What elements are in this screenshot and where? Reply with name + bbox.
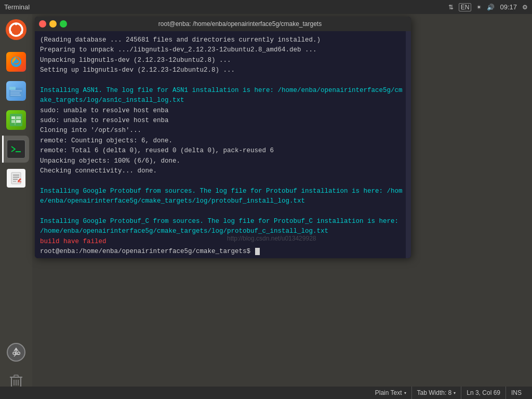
- calc-icon: [6, 110, 26, 130]
- cursor-position: Ln 3, Col 69: [461, 387, 506, 399]
- sidebar-item-text-editor[interactable]: [3, 165, 30, 192]
- maximize-button[interactable]: +: [60, 20, 67, 28]
- terminal-icon: [7, 140, 25, 158]
- svg-rect-9: [10, 95, 21, 96]
- svg-rect-14: [16, 120, 21, 123]
- keyboard-layout[interactable]: EN: [459, 3, 472, 11]
- sidebar-item-ubuntu[interactable]: [3, 16, 30, 43]
- text-editor-icon: [7, 169, 25, 188]
- terminal-line: Installing Google Protobuf_C from source…: [40, 217, 406, 237]
- settings-icon[interactable]: ⚙: [522, 4, 528, 11]
- plain-text-selector[interactable]: Plain Text ▾: [370, 387, 412, 399]
- minimize-button[interactable]: −: [49, 20, 57, 28]
- bluetooth-icon[interactable]: ✴: [476, 4, 482, 11]
- files-icon: [6, 81, 26, 101]
- svg-rect-12: [16, 116, 21, 119]
- ins-mode: INS: [506, 387, 527, 399]
- top-bar-title: Terminal: [4, 3, 30, 11]
- sidebar-item-terminal[interactable]: [2, 136, 29, 163]
- svg-rect-13: [11, 120, 15, 123]
- terminal-line: [40, 176, 406, 186]
- top-bar-right: ⇅ EN ✴ 🔊 09:17 ⚙: [448, 3, 528, 11]
- terminal-line: Setting up libgnutls-dev (2.12.23-12ubun…: [40, 65, 406, 75]
- terminal-title: root@enba: /home/enba/openairinterface5g…: [73, 20, 407, 28]
- svg-rect-6: [9, 87, 16, 90]
- clock: 09:17: [500, 3, 517, 11]
- terminal-line: remote: Total 6 (delta 0), reused 0 (del…: [40, 146, 406, 156]
- svg-rect-8: [10, 92, 20, 94]
- terminal-line: sudo: unable to resolve host enba: [40, 116, 406, 126]
- usb-icon: [7, 343, 25, 362]
- terminal-titlebar: ✕ − + root@enba: /home/enba/openairinter…: [35, 17, 411, 31]
- terminal-line-error: build have failed: [40, 237, 406, 247]
- terminal-line: Preparing to unpack .../libgnutls-dev_2.…: [40, 45, 406, 55]
- close-button[interactable]: ✕: [39, 20, 46, 28]
- svg-point-0: [10, 23, 22, 36]
- sidebar: [0, 14, 32, 399]
- terminal-line: (Reading database ... 245681 files and d…: [40, 35, 406, 45]
- terminal-line: Installing ASN1. The log file for ASN1 i…: [40, 86, 406, 106]
- terminal-line: remote: Counting objects: 6, done.: [40, 136, 406, 146]
- volume-icon[interactable]: 🔊: [487, 4, 495, 11]
- terminal-output[interactable]: (Reading database ... 245681 files and d…: [35, 31, 411, 258]
- svg-rect-26: [13, 352, 16, 354]
- svg-rect-11: [11, 116, 15, 119]
- top-bar: Terminal ⇅ EN ✴ 🔊 09:17 ⚙: [0, 0, 532, 14]
- sidebar-item-calc[interactable]: [3, 107, 30, 134]
- svg-point-3: [9, 31, 12, 34]
- terminal-prompt: root@enba:/home/enba/openairinterface5g/…: [40, 247, 406, 257]
- terminal-line: [40, 206, 406, 216]
- terminal-line: sudo: unable to resolve host enba: [40, 106, 406, 116]
- status-bar: Plain Text ▾ Tab Width: 8 ▾ Ln 3, Col 69…: [0, 387, 532, 399]
- terminal-line: Unpacking libgnutls-dev (2.12.23-12ubunt…: [40, 56, 406, 65]
- svg-point-1: [15, 23, 18, 25]
- terminal-line: [40, 76, 406, 86]
- cursor: [255, 248, 260, 255]
- sidebar-item-firefox[interactable]: [3, 48, 30, 75]
- terminal-window: ✕ − + root@enba: /home/enba/openairinter…: [35, 17, 411, 258]
- top-bar-left: Terminal: [4, 3, 30, 11]
- sidebar-item-files[interactable]: [3, 77, 30, 104]
- sidebar-item-usb[interactable]: [3, 339, 30, 366]
- svg-point-2: [20, 31, 23, 34]
- terminal-line: Cloning into '/opt/ssh'...: [40, 126, 406, 136]
- firefox-icon: [6, 52, 26, 72]
- svg-rect-7: [10, 90, 22, 91]
- tab-width-arrow: ▾: [454, 391, 456, 395]
- tab-width-selector[interactable]: Tab Width: 8 ▾: [412, 387, 462, 399]
- keyboard-icon[interactable]: ⇅: [448, 4, 454, 11]
- terminal-line: Unpacking objects: 100% (6/6), done.: [40, 156, 406, 166]
- terminal-scrollbar[interactable]: [406, 31, 411, 258]
- terminal-line: Installing Google Protobuf from sources.…: [40, 187, 406, 207]
- terminal-line: Checking connectivity... done.: [40, 166, 406, 176]
- ubuntu-logo-icon: [6, 19, 26, 40]
- plain-text-arrow: ▾: [404, 391, 406, 395]
- svg-rect-32: [14, 375, 18, 377]
